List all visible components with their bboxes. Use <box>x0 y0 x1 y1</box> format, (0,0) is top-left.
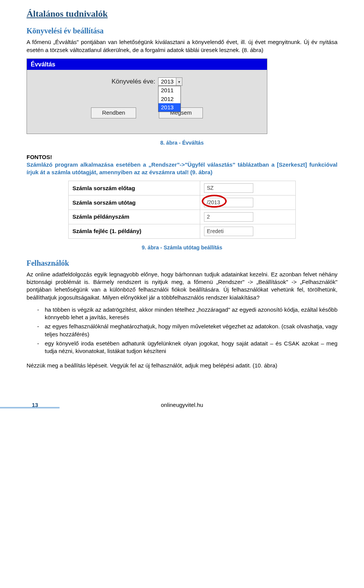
blue-note: Számlázó program alkalmazása esetében a … <box>27 161 337 177</box>
paragraph-closing: Nézzük meg a beállítás lépéseit. Vegyük … <box>27 362 337 369</box>
input-peldanyszam[interactable]: 2 <box>204 212 253 222</box>
table-row: Számla fejléc (1. példány) Eredeti <box>69 224 296 238</box>
row-label: Számla sorszám utótag <box>69 195 200 210</box>
caption-fig8: 8. ábra - Évváltás <box>27 139 337 147</box>
page-number: 13 <box>32 402 38 408</box>
table-row: Számla sorszám utótag /2013 <box>69 195 296 210</box>
year-option-selected[interactable]: 2013 <box>158 103 180 112</box>
page-footer: 13 onlineugyvitel.hu <box>27 400 337 409</box>
heading-sub-felhasznalok: Felhasználók <box>27 258 337 268</box>
paragraph-intro: A főmenü „Évváltás" pontjában van lehető… <box>27 38 337 54</box>
bullet-list: ha többen is végzik az adatrögzítést, ak… <box>27 306 337 355</box>
figure-evvaltas-dialog: Évváltás Könyvelés éve: 2013 ▾ 2011 2012… <box>27 58 267 134</box>
list-item: ha többen is végzik az adatrögzítést, ak… <box>27 306 337 322</box>
paragraph-users: Az online adatfeldolgozás egyik legnagyo… <box>27 271 337 301</box>
year-select-value: 2013 <box>158 78 176 85</box>
year-option[interactable]: 2012 <box>158 95 180 103</box>
row-label: Számla példányszám <box>69 210 200 224</box>
heading-sub-konyveles: Könyvelési év beállítása <box>27 26 337 36</box>
caption-fig9: 9. ábra - Számla utótag beállítás <box>27 244 337 251</box>
list-item: az egyes felhasználóknál meghatározhatju… <box>27 323 337 338</box>
fontos-label: FONTOS! <box>27 153 337 161</box>
list-item: egy könyvelő iroda esetében adhatunk ügy… <box>27 340 337 355</box>
table-row: Számla példányszám 2 <box>69 210 296 224</box>
dialog-titlebar: Évváltás <box>27 59 267 70</box>
table-row: Számla sorszám előtag SZ <box>69 181 296 195</box>
year-option[interactable]: 2011 <box>158 86 180 95</box>
footer-url: onlineugyvitel.hu <box>161 401 203 409</box>
chevron-down-icon: ▾ <box>176 78 182 85</box>
year-select[interactable]: 2013 ▾ <box>158 77 182 86</box>
ok-button[interactable]: Rendben <box>91 107 136 118</box>
row-label: Számla fejléc (1. példány) <box>69 224 200 238</box>
row-label: Számla sorszám előtag <box>69 181 200 195</box>
input-elotag[interactable]: SZ <box>204 183 253 193</box>
input-utotag[interactable]: /2013 <box>204 198 253 207</box>
heading-main: Általános tudnivalók <box>27 8 337 20</box>
figure-szamla-table: Számla sorszám előtag SZ Számla sorszám … <box>68 181 296 239</box>
label-konyveles-eve: Könyvelés éve: <box>111 77 155 86</box>
year-dropdown: 2011 2012 2013 <box>158 86 181 112</box>
input-fejlec[interactable]: Eredeti <box>204 227 253 236</box>
